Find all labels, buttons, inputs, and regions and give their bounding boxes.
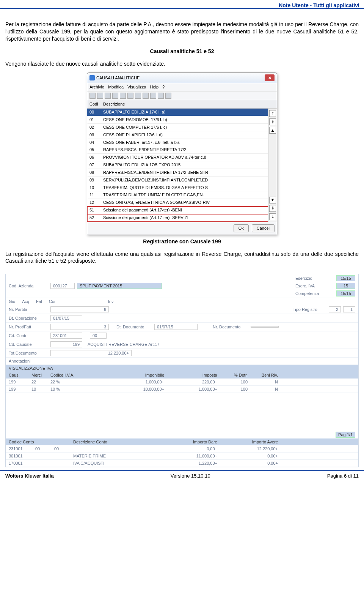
val-cod-azienda-desc: SPLIT PAYMENT 2015 bbox=[77, 283, 162, 289]
lbl-inv: Inv bbox=[108, 299, 114, 304]
lbl-cd-conto: Cd. Conto bbox=[9, 333, 50, 338]
scroll-down-icon[interactable]: ▼ bbox=[269, 197, 276, 203]
val-tiporeg-2[interactable]: 1 bbox=[343, 306, 355, 312]
conto-row: 301001MATERIE PRIME11.000,00+0,00+ bbox=[6, 453, 358, 460]
form-registrazione: Cod. Azienda 000127 SPLIT PAYMENT 2015 E… bbox=[5, 274, 359, 467]
list-item[interactable]: 07SUBAPPALTO EDILIZIA 17/5 EXPO 2015 bbox=[87, 161, 268, 169]
listbox: 00SUBAPPALTO EDILIZIA 17/6 l. a)01CESSIO… bbox=[87, 109, 277, 222]
val-nr-partita[interactable]: 6 bbox=[50, 306, 109, 312]
list-item[interactable]: 08RAPPRES.FISCALE/IDENTIF.DIRETTA 17/2 B… bbox=[87, 169, 268, 177]
scroll-first-icon[interactable]: ⤒ bbox=[269, 110, 276, 117]
val-nr-documento[interactable] bbox=[251, 326, 279, 328]
col-beni-riv: Beni Riv. bbox=[248, 373, 278, 377]
list-item[interactable]: 11TRASFERIM.DI ALTRE UNITA' E DI CERTIF.… bbox=[87, 191, 268, 199]
col-desc: Descrizione bbox=[103, 101, 275, 107]
val-cd-causale[interactable]: 199 bbox=[50, 341, 82, 347]
toolbar-icon[interactable] bbox=[112, 93, 118, 99]
toolbar-icon[interactable] bbox=[135, 93, 141, 99]
toolbar-icon[interactable] bbox=[143, 93, 149, 99]
col-caus: Caus. bbox=[9, 373, 31, 377]
scrollbar[interactable]: ⤒ ⇑ ▲ ▼ ⇓ ⤓ bbox=[268, 109, 277, 222]
toolbar-icon[interactable] bbox=[97, 93, 103, 99]
col-importo-dare: Importo Dare bbox=[149, 440, 217, 444]
titlebar: CAUSALI ANALITICHE ✕ bbox=[87, 73, 277, 83]
toolbar bbox=[87, 91, 277, 100]
scroll-last-icon[interactable]: ⤓ bbox=[269, 213, 276, 220]
menu-visualizza[interactable]: Visualizza bbox=[127, 84, 146, 90]
toolbar-icon[interactable] bbox=[120, 93, 126, 99]
app-icon bbox=[89, 75, 95, 80]
pagination: Pag.1/1 bbox=[336, 432, 355, 438]
conto-header: Codice Conto Descrizione Conto Importo D… bbox=[6, 438, 358, 445]
list-item[interactable]: 00SUBAPPALTO EDILIZIA 17/6 l. a) bbox=[87, 109, 268, 116]
toolbar-icon[interactable] bbox=[127, 93, 133, 99]
window-title: CAUSALI ANALITICHE bbox=[96, 75, 140, 81]
scroll-up-icon[interactable]: ▲ bbox=[269, 127, 276, 134]
col-imponibile: Imponibile bbox=[88, 373, 164, 377]
list-item[interactable]: 01CESSIONE RADIOMOB. 17/6 l. b) bbox=[87, 116, 268, 124]
iva-section-title: VISUALIZZAZIONE IVA bbox=[6, 365, 358, 372]
val-tiporeg-1[interactable]: 2 bbox=[329, 306, 341, 312]
row-gio: Gio Acq Fat Cor Inv bbox=[6, 298, 358, 305]
page-header: Note Utente - Tutti gli applicativi bbox=[0, 0, 364, 9]
col-codi: Codi bbox=[89, 101, 103, 107]
toolbar-icon[interactable] bbox=[105, 93, 111, 99]
col-codice-conto: Codice Conto bbox=[9, 440, 35, 444]
toolbar-icon[interactable] bbox=[158, 93, 164, 99]
menu-question[interactable]: ? bbox=[162, 84, 165, 90]
list-item[interactable]: 06PROVVIGIONI TOUR OPERATOR AD ADV a.74-… bbox=[87, 154, 268, 161]
content: Per la registrazione delle fatture di ac… bbox=[0, 9, 364, 274]
menu-modifica[interactable]: Modifica bbox=[108, 84, 124, 90]
toolbar-icon[interactable] bbox=[165, 93, 171, 99]
list-item[interactable]: 51Scissione dei pagamenti (Art.17-ter) -… bbox=[87, 207, 268, 214]
cancel-button[interactable]: Cancel bbox=[252, 224, 275, 232]
val-cd-conto-2[interactable]: 00 bbox=[90, 333, 107, 339]
lbl-dt-documento: Dt. Documento bbox=[116, 325, 154, 329]
close-icon[interactable]: ✕ bbox=[265, 74, 275, 81]
list-item[interactable]: 02CESSIONE COMPUTER 17/6 l. c) bbox=[87, 124, 268, 131]
lbl-esercizio: Esercizio bbox=[295, 276, 333, 281]
val-esercizio[interactable]: 15/15 bbox=[336, 275, 355, 281]
val-competenza[interactable]: 15/15 bbox=[336, 290, 355, 296]
list-item[interactable]: 10TRASFERIM. QUOTE DI EMISS. DI GAS A EF… bbox=[87, 184, 268, 192]
col-descrizione-conto: Descrizione Conto bbox=[73, 440, 149, 444]
lbl-gio: Gio bbox=[9, 299, 15, 304]
iva-header: Caus. Merci Codice I.V.A. Imponibile Imp… bbox=[6, 372, 358, 379]
list-item[interactable]: 04CESSIONE FABBR. art.17, c.6, lett. a-b… bbox=[87, 139, 268, 147]
paragraph-3: La registrazione dell'acquisto viene eff… bbox=[5, 251, 359, 265]
menu-help[interactable]: Help bbox=[150, 84, 158, 90]
rows-host: 00SUBAPPALTO EDILIZIA 17/6 l. a)01CESSIO… bbox=[87, 109, 268, 222]
list-item[interactable]: 05RAPPRES.FISCALE/IDENTIF.DIRETTA 17/2 bbox=[87, 146, 268, 154]
scroll-pgup-icon[interactable]: ⇑ bbox=[269, 118, 276, 125]
lbl-cor: Cor bbox=[49, 299, 56, 304]
list-header: Codi Descrizione bbox=[87, 100, 277, 109]
val-cd-conto-1[interactable]: 231001 bbox=[50, 333, 82, 339]
scroll-pgdn-icon[interactable]: ⇓ bbox=[269, 205, 276, 212]
menu-archivio[interactable]: Archivio bbox=[89, 84, 104, 90]
heading-registrazione: Registrazione con Causale 199 bbox=[5, 238, 359, 245]
conto-rows: 23100100000,00+12.220,00+301001MATERIE P… bbox=[6, 445, 358, 467]
val-dt-operazione[interactable]: 01/07/15 bbox=[50, 315, 82, 321]
col-importo-avere: Importo Avere bbox=[217, 440, 278, 444]
list-item[interactable]: 03CESSIONE P.LAPIDEI 17/6 l. d) bbox=[87, 131, 268, 139]
lbl-cod-azienda: Cod. Azienda bbox=[9, 284, 50, 288]
iva-row: 1991010 %10.000,00+1.000,00+100N bbox=[6, 386, 358, 393]
lbl-tipo-registro: Tipo Registro bbox=[293, 307, 317, 312]
val-dt-documento[interactable]: 01/07/15 bbox=[154, 324, 198, 330]
iva-rows: 1992222 %1.000,00+220,00+100N1991010 %10… bbox=[6, 379, 358, 393]
val-eserc-iva[interactable]: 15 bbox=[336, 283, 355, 289]
toolbar-icon[interactable] bbox=[89, 93, 96, 99]
lbl-nr-prot: Nr. Prot/Fatt bbox=[9, 325, 50, 329]
conto-row: 23100100000,00+12.220,00+ bbox=[6, 445, 358, 453]
val-cod-azienda[interactable]: 000127 bbox=[50, 283, 75, 289]
list-item[interactable]: 12CESSIONI GAS, EN.ELETTRICA A SOGG.PASS… bbox=[87, 199, 268, 207]
toolbar-icon[interactable] bbox=[150, 93, 156, 99]
footer-center: Versione 15.10.10 bbox=[171, 473, 210, 479]
ok-button[interactable]: Ok bbox=[234, 224, 249, 232]
val-nr-prot[interactable]: 3 bbox=[50, 324, 109, 330]
list-item[interactable]: 52Scissione dei pagamenti (Art.17-ter) -… bbox=[87, 214, 268, 222]
lbl-competenza: Competenza bbox=[295, 291, 333, 296]
list-item[interactable]: 09SERV.PULIZIA,DEMOLIZ,INST.IMPIANTI,COM… bbox=[87, 177, 268, 184]
iva-row: 1992222 %1.000,00+220,00+100N bbox=[6, 379, 358, 386]
val-tot-documento[interactable]: 12.220,00+ bbox=[50, 350, 132, 356]
